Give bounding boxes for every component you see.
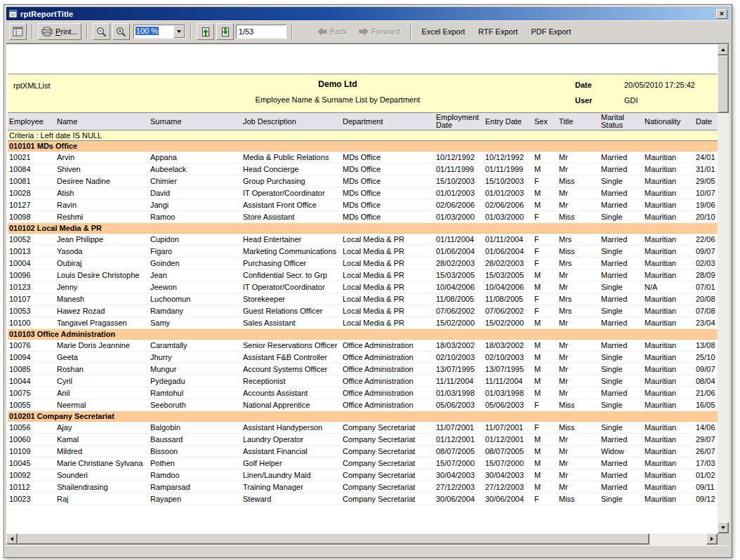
cell: Store Assistant — [242, 211, 341, 223]
cell: Ramoo — [149, 211, 242, 223]
cell: Anil — [55, 387, 149, 399]
cell: M — [533, 340, 557, 352]
cell: N/A — [643, 281, 694, 293]
back-button[interactable]: Back — [312, 23, 352, 40]
cell: 01/06/2004 — [484, 246, 533, 258]
print-button[interactable]: Print... — [38, 23, 81, 40]
employee-row: 10044CyrilPydegaduReceptionistOffice Adm… — [8, 375, 718, 387]
cell: 30/04/2003 — [484, 469, 533, 481]
page-number-input[interactable] — [236, 25, 286, 39]
scroll-up-button[interactable] — [718, 44, 729, 55]
scroll-down-button[interactable] — [718, 522, 729, 533]
cell: Married — [600, 199, 643, 211]
printer-icon — [41, 27, 53, 36]
cell: 01/02 — [694, 469, 718, 481]
zoom-dropdown-button[interactable] — [173, 25, 185, 38]
zoom-combobox[interactable]: 100 % — [133, 25, 185, 39]
cell: 11/08/2005 — [484, 293, 533, 305]
scrollbar-corner — [718, 533, 729, 545]
report-subtitle: Employee Name & Surname List by Departme… — [8, 95, 668, 104]
cell: Desiree Nadine — [55, 175, 149, 187]
column-header: Employment Date — [435, 113, 484, 131]
zoom-out-button[interactable] — [93, 23, 110, 40]
cell: Geeta — [55, 352, 149, 364]
cell: Ramdany — [149, 305, 242, 317]
report-header-band: rptXMLList Demo Ltd Employee Name & Surn… — [8, 74, 718, 112]
cell: 10075 — [8, 387, 55, 399]
cell: 07/06/2002 — [484, 305, 533, 317]
cell: Baussard — [149, 434, 242, 446]
horizontal-scroll-thumb[interactable] — [18, 533, 649, 545]
cell: Married — [600, 317, 643, 329]
group-tree-button[interactable] — [9, 23, 27, 40]
employee-row: 10056AjayBalgobinAssistant HandypersonCo… — [8, 422, 718, 434]
cell: 28/09 — [694, 269, 718, 281]
scroll-left-button[interactable] — [6, 533, 18, 545]
column-header-row: EmployeeNameSurnameJob DescriptionDepart… — [8, 113, 718, 131]
criteria-text: Criteria : Left date IS NULL — [8, 131, 718, 141]
cell: 21/06 — [694, 387, 718, 399]
cell: Assistant Handyperson — [242, 422, 341, 434]
employee-row: 10112ShailendrasingRamparsadTraining Man… — [8, 481, 718, 493]
cell: 16/05 — [694, 399, 718, 411]
cell: 02/03 — [694, 258, 718, 269]
cell: Shailendrasing — [55, 481, 149, 493]
cell: 10096 — [8, 269, 55, 281]
horizontal-scrollbar[interactable] — [6, 533, 729, 545]
cell: Single — [600, 352, 643, 364]
cell: 09/12 — [694, 493, 718, 505]
cell: Mauritian — [643, 258, 694, 269]
cell: M — [533, 434, 557, 446]
rtf-export-button[interactable]: RTF Export — [473, 23, 523, 40]
cell: 24/01 — [694, 152, 718, 164]
cell: Mungur — [149, 364, 242, 375]
cell: F — [533, 175, 557, 187]
back-arrow-icon — [317, 27, 327, 36]
employee-row: 10052Jean PhilippeCupidonHead Entertaine… — [8, 234, 718, 246]
excel-export-button[interactable]: Excel Export — [416, 23, 471, 40]
cell: F — [533, 234, 557, 246]
cell: Married — [600, 234, 643, 246]
cell: 10092 — [8, 469, 55, 481]
cell: Raj — [55, 493, 149, 505]
employee-row: 10004OubirajGoindenPurchasing OfficerLoc… — [8, 258, 718, 269]
cell: MDs Office — [341, 175, 435, 187]
title-bar[interactable]: rptReportTitle × — [6, 7, 729, 20]
cell: 07/08 — [694, 305, 718, 317]
cell: Single — [600, 281, 643, 293]
cell: Seeboruth — [149, 399, 242, 411]
cell: MDs Office — [341, 152, 435, 164]
cell: Chimier — [149, 175, 242, 187]
cell: 08/04 — [694, 375, 718, 387]
previous-page-button[interactable] — [197, 23, 214, 40]
cell: Mauritian — [643, 364, 694, 375]
cell: Mr — [557, 340, 600, 352]
cell: Company Secretariat — [341, 458, 435, 469]
group-header-label: 010103 Office Administration — [8, 329, 718, 340]
pdf-export-button[interactable]: PDF Export — [525, 23, 576, 40]
cell: Married — [600, 187, 643, 199]
cell: Mauritian — [643, 446, 694, 458]
forward-button[interactable]: Forward — [354, 23, 404, 40]
cell: Samy — [149, 317, 242, 329]
next-page-button[interactable] — [216, 23, 234, 40]
vertical-scroll-thumb[interactable] — [718, 55, 729, 113]
cell: 10021 — [8, 152, 55, 164]
scroll-right-button[interactable] — [706, 533, 718, 545]
cell: 10107 — [8, 293, 55, 305]
cell: Marie Doris Jeannine — [55, 340, 149, 352]
cell: Marie Christiane Sylvana — [55, 458, 149, 469]
employee-row: 10028AtishDavidIT Operator/CoordinatorMD… — [8, 187, 718, 199]
cell: Office Administration — [341, 399, 435, 411]
zoom-in-button[interactable] — [112, 23, 130, 40]
report-viewer-window: rptReportTitle × Print... — [4, 4, 732, 558]
cell: National Apprentice — [242, 399, 341, 411]
close-button[interactable]: × — [716, 9, 727, 19]
zoom-in-icon — [116, 27, 126, 37]
cell: Married — [600, 164, 643, 175]
cell: 02/06/2006 — [484, 199, 533, 211]
triangle-up-icon — [721, 48, 725, 51]
employee-row: 10107ManeshLuchoomunStorekeeperLocal Med… — [8, 293, 718, 305]
cell: Yasoda — [55, 246, 149, 258]
vertical-scrollbar[interactable] — [718, 44, 729, 533]
